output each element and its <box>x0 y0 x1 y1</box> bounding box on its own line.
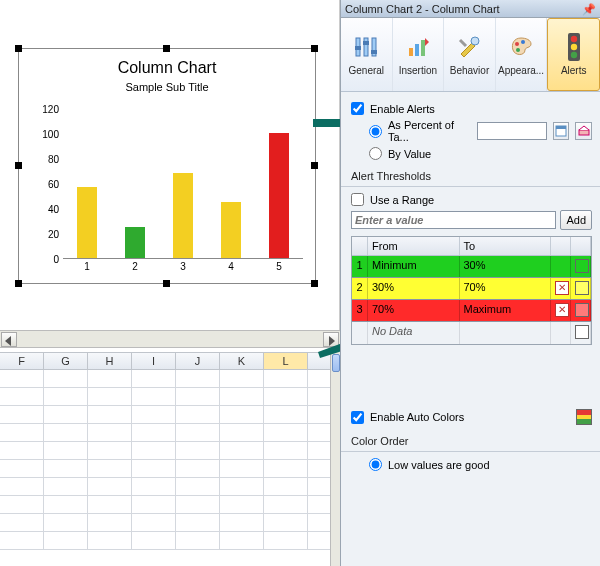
threshold-to[interactable]: 70% <box>460 278 552 299</box>
resize-handle[interactable] <box>15 162 22 169</box>
spreadsheet-row[interactable] <box>0 442 340 460</box>
spreadsheet-cell[interactable] <box>0 496 44 513</box>
add-button[interactable]: Add <box>560 210 592 230</box>
delete-threshold-button[interactable]: ✕ <box>555 281 569 295</box>
spreadsheet-cell[interactable] <box>88 514 132 531</box>
enable-auto-colors-row[interactable]: Enable Auto Colors <box>351 409 592 425</box>
spreadsheet-cell[interactable] <box>264 532 308 549</box>
chart-canvas[interactable]: Column Chart Sample Sub Title 0204060801… <box>0 0 340 330</box>
spreadsheet-cell[interactable] <box>132 388 176 405</box>
spreadsheet-cell[interactable] <box>220 370 264 387</box>
spreadsheet-cell[interactable] <box>132 406 176 423</box>
spreadsheet-row[interactable] <box>0 460 340 478</box>
spreadsheet-cell[interactable] <box>264 406 308 423</box>
auto-colors-swatch-icon[interactable] <box>576 409 592 425</box>
spreadsheet-cell[interactable] <box>0 478 44 495</box>
spreadsheet-cell[interactable] <box>264 388 308 405</box>
vertical-scrollbar[interactable] <box>330 352 340 566</box>
threshold-color-swatch[interactable] <box>575 303 589 317</box>
spreadsheet-cell[interactable] <box>88 370 132 387</box>
tab-alerts[interactable]: Alerts <box>547 18 600 91</box>
spreadsheet-cell[interactable] <box>176 370 220 387</box>
column-chart-object[interactable]: Column Chart Sample Sub Title 0204060801… <box>18 48 316 284</box>
spreadsheet-row[interactable] <box>0 496 340 514</box>
spreadsheet-cell[interactable] <box>176 496 220 513</box>
clear-binding-button[interactable] <box>575 122 592 140</box>
spreadsheet-cell[interactable] <box>220 424 264 441</box>
spreadsheet-cell[interactable] <box>88 496 132 513</box>
spreadsheet-cell[interactable] <box>176 388 220 405</box>
spreadsheet-cell[interactable] <box>88 406 132 423</box>
spreadsheet-cell[interactable] <box>220 478 264 495</box>
spreadsheet-cell[interactable] <box>44 388 88 405</box>
spreadsheet-cell[interactable] <box>176 424 220 441</box>
spreadsheet-cell[interactable] <box>88 442 132 459</box>
spreadsheet-cell[interactable] <box>0 370 44 387</box>
spreadsheet-cell[interactable] <box>88 388 132 405</box>
horizontal-scrollbar[interactable] <box>0 330 340 348</box>
spreadsheet-cell[interactable] <box>220 406 264 423</box>
spreadsheet-cell[interactable] <box>88 478 132 495</box>
enable-alerts-checkbox[interactable] <box>351 102 364 115</box>
spreadsheet-row[interactable] <box>0 424 340 442</box>
enable-auto-colors-checkbox[interactable] <box>351 411 364 424</box>
spreadsheet-cell[interactable] <box>44 424 88 441</box>
spreadsheet-row[interactable] <box>0 532 340 550</box>
panel-titlebar[interactable]: Column Chart 2 - Column Chart 📌 <box>341 0 600 18</box>
spreadsheet-cell[interactable] <box>44 478 88 495</box>
spreadsheet-cell[interactable] <box>264 370 308 387</box>
threshold-color-swatch[interactable] <box>575 259 589 273</box>
pin-icon[interactable]: 📌 <box>582 0 596 18</box>
spreadsheet-cell[interactable] <box>264 442 308 459</box>
resize-handle[interactable] <box>311 162 318 169</box>
low-values-good-row[interactable]: Low values are good <box>369 458 592 471</box>
threshold-from[interactable]: Minimum <box>368 256 460 277</box>
spreadsheet-cell[interactable] <box>132 478 176 495</box>
resize-handle[interactable] <box>15 280 22 287</box>
spreadsheet-cell[interactable] <box>132 532 176 549</box>
spreadsheet-cell[interactable] <box>264 514 308 531</box>
chart-bar[interactable] <box>77 187 97 258</box>
spreadsheet-cell[interactable] <box>220 442 264 459</box>
spreadsheet-row[interactable] <box>0 478 340 496</box>
spreadsheet-cell[interactable] <box>132 514 176 531</box>
alert-mode-value-radio[interactable] <box>369 147 382 160</box>
spreadsheet-cell[interactable] <box>132 460 176 477</box>
threshold-from[interactable]: 30% <box>368 278 460 299</box>
tab-insertion[interactable]: Insertion <box>393 18 445 91</box>
use-range-checkbox[interactable] <box>351 193 364 206</box>
spreadsheet-cell[interactable] <box>264 424 308 441</box>
spreadsheet-cell[interactable] <box>176 460 220 477</box>
spreadsheet-cell[interactable] <box>88 424 132 441</box>
spreadsheet-cell[interactable] <box>0 514 44 531</box>
spreadsheet-cell[interactable] <box>220 460 264 477</box>
threshold-to[interactable]: 30% <box>460 256 552 277</box>
scroll-left-button[interactable] <box>1 332 17 347</box>
resize-handle[interactable] <box>311 45 318 52</box>
threshold-to[interactable]: Maximum <box>460 300 552 321</box>
spreadsheet-cell[interactable] <box>0 424 44 441</box>
spreadsheet-row[interactable] <box>0 406 340 424</box>
cell-picker-button[interactable] <box>553 122 570 140</box>
delete-threshold-button[interactable]: ✕ <box>555 303 569 317</box>
spreadsheet-cell[interactable] <box>176 514 220 531</box>
spreadsheet-cell[interactable] <box>132 424 176 441</box>
tab-appearance[interactable]: Appeara... <box>496 18 548 91</box>
alert-mode-percent-radio[interactable] <box>369 125 382 138</box>
alert-mode-percent-row[interactable]: As Percent of Ta... <box>369 119 592 143</box>
spreadsheet-cell[interactable] <box>264 496 308 513</box>
spreadsheet-cell[interactable] <box>132 496 176 513</box>
percent-target-input[interactable] <box>477 122 547 140</box>
spreadsheet-cell[interactable] <box>44 532 88 549</box>
spreadsheet-cell[interactable] <box>220 532 264 549</box>
spreadsheet-cell[interactable] <box>44 370 88 387</box>
chart-bar[interactable] <box>269 133 289 258</box>
spreadsheet-cell[interactable] <box>132 442 176 459</box>
column-header[interactable]: H <box>88 353 132 369</box>
spreadsheet-row[interactable] <box>0 514 340 532</box>
use-range-row[interactable]: Use a Range <box>351 193 592 206</box>
column-header[interactable]: L <box>264 353 308 369</box>
spreadsheet-cell[interactable] <box>0 388 44 405</box>
spreadsheet-cell[interactable] <box>44 406 88 423</box>
spreadsheet-cell[interactable] <box>220 496 264 513</box>
